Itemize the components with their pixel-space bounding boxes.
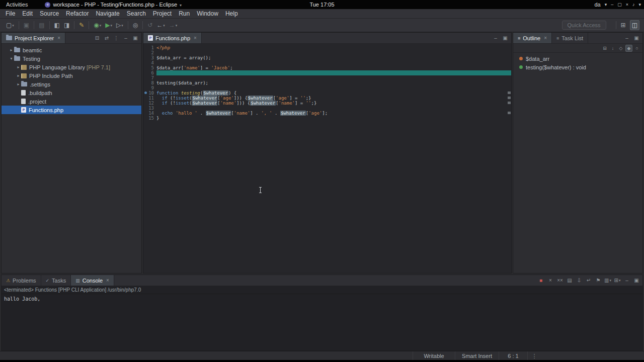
menu-run[interactable]: Run [175,9,193,18]
focused-app-menu[interactable]: workspace - PHP - Testing/Functions.php … [45,2,182,8]
menu-project[interactable]: Project [149,9,175,18]
last-edit-location-icon[interactable]: ↺ [146,20,154,30]
code-text[interactable]: } [156,116,511,121]
external-tools-icon[interactable]: ▷▾ [115,20,125,30]
hide-fields-icon[interactable]: ◇ [617,45,624,52]
debug-icon[interactable]: ◉▾ [92,20,103,30]
overview-annotation-mark[interactable] [508,112,511,114]
tree-item-project[interactable]: .project [2,97,141,106]
maximize-icon[interactable]: ▣ [131,34,139,42]
minimize-icon[interactable]: – [492,34,500,42]
tree-caret-icon[interactable] [16,73,21,78]
clear-console-icon[interactable]: ▤ [566,277,574,285]
gutter-ruler[interactable] [143,85,148,90]
maximize-icon[interactable]: ▣ [632,34,640,42]
code-text[interactable] [156,106,511,111]
tree-item-beamtic[interactable]: beamtic [2,46,141,54]
menu-edit[interactable]: Edit [19,9,36,18]
window-minimize-icon[interactable]: – [611,2,613,7]
line-number[interactable]: 4 [148,60,156,65]
code-text[interactable]: if (!isset($whatever['name'])) {$whateve… [156,101,511,106]
close-icon[interactable] [544,35,547,41]
display-selected-console-icon[interactable]: ▥▾ [604,277,612,285]
line-number[interactable]: 5 [148,65,156,70]
word-wrap-icon[interactable]: ↵ [585,277,593,285]
line-number[interactable]: 15 [148,116,156,121]
gutter-ruler[interactable] [143,60,148,65]
system-menu-chevron-icon[interactable]: ▾ [638,2,641,7]
open-perspective-icon[interactable]: ⊞ [619,20,627,30]
code-text[interactable]: if (!isset($whatever['age'])) {$whatever… [156,96,511,101]
tree-item-php-language-library[interactable]: PHP Language Library[PHP 7.1] [2,63,141,71]
tab-functions-php[interactable]: Functions.php [143,33,202,43]
code-text[interactable]: function testing($whatever) { [156,90,511,96]
tree-item-testing[interactable]: Testing [2,54,141,63]
tab-project-explorer[interactable]: Project Explorer [2,33,65,43]
keyboard-layout-indicator[interactable]: da [594,2,600,8]
gutter-ruler[interactable] [143,75,148,80]
code-text[interactable] [156,50,511,55]
tab-problems[interactable]: Problems [2,275,41,286]
hide-static-members-icon[interactable]: ◆ [625,45,632,52]
code-editor[interactable]: 1<?php23$data_arr = array();45$data_arr[… [143,44,511,273]
tree-caret-icon[interactable] [9,56,14,61]
window-close-icon[interactable]: × [626,2,628,7]
gutter-ruler[interactable] [143,116,148,121]
line-number[interactable]: 6 [148,70,156,75]
print-icon[interactable]: ▤ [37,20,46,30]
minimize-icon[interactable]: – [122,34,130,42]
tree-caret-icon[interactable] [16,65,21,69]
gutter-ruler[interactable] [143,70,148,75]
gutter-ruler[interactable] [143,96,148,101]
remove-all-launches-icon[interactable]: ×× [556,277,564,285]
terminate-icon[interactable]: ■ [537,277,545,285]
remove-launch-icon[interactable]: × [546,277,554,285]
code-text[interactable]: <?php [156,45,511,50]
menu-source[interactable]: Source [36,9,62,18]
code-text[interactable] [156,70,511,75]
outline-item-data-arr[interactable]: $data_arr [513,54,642,63]
gutter-ruler[interactable] [143,90,148,96]
new-php-file-icon[interactable]: ◨ [62,20,71,30]
gutter-ruler[interactable] [143,45,148,50]
menu-file[interactable]: File [2,9,19,18]
activities-button[interactable]: Activities [0,2,34,8]
save-icon[interactable]: ▣ [22,20,31,30]
code-text[interactable]: testing($data_arr); [156,80,511,85]
forward-icon[interactable]: →▾ [168,20,179,30]
gutter-ruler[interactable] [143,101,148,106]
line-number[interactable]: 9 [148,85,156,90]
code-text[interactable] [156,60,511,65]
collapse-all-icon[interactable]: ⊟ [601,45,608,52]
new-php-project-icon[interactable]: ◧ [53,20,61,30]
code-text[interactable] [156,75,511,80]
line-number[interactable]: 10 [148,90,156,96]
gutter-ruler[interactable] [143,80,148,85]
tree-caret-icon[interactable] [16,82,21,86]
sort-icon[interactable]: ↓ [609,45,616,52]
tab-console[interactable]: Console [71,275,114,286]
overview-annotation-mark[interactable] [508,92,511,94]
scroll-lock-icon[interactable]: ⇩ [575,277,583,285]
hide-non-public-members-icon[interactable]: ○ [633,45,640,52]
code-text[interactable]: $data_arr['name'] = 'Jacob'; [156,65,511,70]
line-number[interactable]: 2 [148,50,156,55]
tree-item-settings[interactable]: .settings [2,80,141,88]
close-icon[interactable] [194,35,197,41]
tree-item-buildpath[interactable]: .buildpath [2,88,141,97]
view-menu-icon[interactable]: ⋮ [112,34,120,42]
back-icon[interactable]: ←▾ [155,20,167,30]
run-icon[interactable]: ▶▾ [104,20,114,30]
line-number[interactable]: 12 [148,101,156,106]
menu-refactor[interactable]: Refactor [62,9,92,18]
line-number[interactable]: 1 [148,45,156,50]
maximize-icon[interactable]: ▣ [501,34,509,42]
new-wizard-icon[interactable]: ▢▾ [5,20,16,30]
gutter-ruler[interactable] [143,106,148,111]
line-number[interactable]: 8 [148,80,156,85]
close-icon[interactable] [106,278,109,283]
menu-window[interactable]: Window [193,9,222,18]
maximize-icon[interactable]: ▣ [632,277,640,285]
minimize-icon[interactable]: – [623,277,631,285]
gutter-ruler[interactable] [143,111,148,116]
